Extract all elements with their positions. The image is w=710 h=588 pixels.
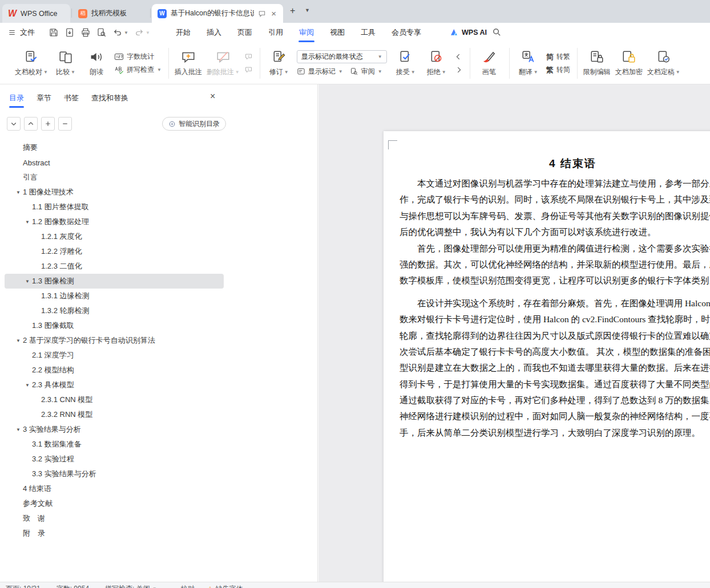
undo-button[interactable]: ▼ <box>111 25 130 40</box>
toc-item[interactable]: 摘要 <box>5 140 224 155</box>
toc-item[interactable]: 致 谢 <box>5 511 224 526</box>
spellcheck-indicator[interactable]: 拼写检查: 关闭 ▼ <box>105 584 157 588</box>
sidebar-tab-bookmarks[interactable]: 书签 <box>64 84 79 112</box>
undo-dropdown-icon[interactable]: ▼ <box>124 30 128 35</box>
toc-item[interactable]: 3.3 实验结果与分析 <box>5 467 224 481</box>
sidebar-tab-contents[interactable]: 目录 <box>9 84 24 112</box>
translate-button[interactable]: 翻译▼ <box>515 45 542 82</box>
toc-item[interactable]: 1.2.2 浮雕化 <box>5 244 224 259</box>
toc-item[interactable]: 2.1 深度学习 <box>5 348 224 363</box>
delete-comment-button[interactable]: 删除批注▼ <box>207 45 240 82</box>
next-comment-button[interactable] <box>244 66 253 74</box>
toc-item[interactable]: Abstract <box>5 155 224 170</box>
doc-proof-button[interactable]: 文档校对▼ <box>15 45 48 82</box>
export-pdf-button[interactable] <box>63 25 76 40</box>
toc-item[interactable]: 2.3.2 RNN 模型 <box>5 407 224 422</box>
menu-item-reference[interactable]: 引用 <box>260 23 291 42</box>
markup-state-select[interactable]: 显示标记的最终状态 ▼ <box>297 50 387 63</box>
toc-item[interactable]: 3.2 实验过程 <box>5 452 224 467</box>
restrict-edit-button[interactable]: 限制编辑 <box>583 45 611 82</box>
collapse-triangle-icon[interactable]: ▼ <box>23 383 32 388</box>
track-changes-button[interactable]: 修订▼ <box>266 45 292 82</box>
toc-item[interactable]: ▼3 实验结果与分析 <box>5 422 224 437</box>
toc-zoom-in-button[interactable] <box>41 117 55 131</box>
toc-item[interactable]: 1.1 图片整体提取 <box>5 200 224 214</box>
page-indicator[interactable]: 页面: 19/31 <box>6 584 41 588</box>
sidebar-close-icon[interactable]: × <box>210 91 215 102</box>
menu-item-tools[interactable]: 工具 <box>353 23 384 42</box>
toc-item[interactable]: 4 结束语 <box>5 481 224 496</box>
print-preview-button[interactable] <box>95 25 108 40</box>
menu-item-member[interactable]: 会员专享 <box>384 23 429 42</box>
compare-button[interactable]: 比较▼ <box>53 45 79 82</box>
toc-item[interactable]: 1.2.3 二值化 <box>5 259 224 274</box>
missing-font-warning[interactable]: ⚠ 缺失字体 <box>207 584 243 588</box>
read-aloud-button[interactable]: 朗读 <box>83 45 110 82</box>
toc-item[interactable]: 引言 <box>5 170 224 185</box>
toc-item[interactable]: ▼2.3 具体模型 <box>5 378 224 392</box>
encrypt-doc-button[interactable]: 文档加密 <box>615 45 643 82</box>
toc-zoom-out-button[interactable] <box>58 117 72 131</box>
brush-button[interactable]: 画笔 <box>476 45 502 82</box>
toc-item[interactable]: ▼1.2 图像数据处理 <box>5 214 224 229</box>
redo-dropdown-icon[interactable]: ▼ <box>146 30 150 35</box>
collapse-triangle-icon[interactable]: ▼ <box>14 190 23 195</box>
document-page[interactable]: 4 结束语 本文通过对图像识别与机器学习中存在的处理算法建立与使用，参考一部分成… <box>384 131 710 582</box>
toc-item-selected[interactable]: ▼1.3 图像检测 <box>5 274 224 289</box>
redo-button[interactable]: ▼ <box>132 25 152 40</box>
insert-comment-button[interactable]: 插入批注 <box>175 45 202 82</box>
new-tab-button[interactable]: + <box>290 6 295 16</box>
save-button[interactable] <box>47 25 60 40</box>
toc-item[interactable]: 3.1 数据集准备 <box>5 437 224 452</box>
next-change-button[interactable] <box>454 66 463 74</box>
menu-item-insert[interactable]: 插入 <box>199 23 229 42</box>
tab-comment-icon[interactable] <box>258 10 266 18</box>
toc-expand-all-button[interactable] <box>7 117 21 131</box>
tab-close-icon[interactable]: × <box>270 9 277 18</box>
file-menu-button[interactable]: 文件 <box>8 23 35 42</box>
previous-comment-button[interactable] <box>244 52 253 61</box>
menu-item-page[interactable]: 页面 <box>229 23 260 42</box>
toc-item[interactable]: 1.3.1 边缘检测 <box>5 289 224 303</box>
toc-collapse-all-button[interactable] <box>24 117 38 131</box>
toc-item[interactable]: 参考文献 <box>5 496 224 511</box>
toc-item[interactable]: ▼2 基于深度学习的银行卡号自动识别算法 <box>5 333 224 348</box>
collapse-triangle-icon[interactable]: ▼ <box>23 220 32 225</box>
accept-button[interactable]: 接受▼ <box>393 45 419 82</box>
word-count-indicator[interactable]: 字数: 9954 <box>57 584 89 588</box>
tab-wps-home[interactable]: W WPS Office <box>2 4 70 23</box>
toc-item[interactable]: 2.3.1 CNN 模型 <box>5 392 224 407</box>
toc-item[interactable]: 1.3 图像截取 <box>5 318 224 333</box>
smart-toc-button[interactable]: 智能识别目录 <box>162 117 226 131</box>
menu-item-view[interactable]: 视图 <box>322 23 353 42</box>
toc-item[interactable]: 1.2.1 灰度化 <box>5 229 224 244</box>
tab-list-chevron-icon[interactable]: ▼ <box>305 7 310 13</box>
menu-item-review[interactable]: 审阅 <box>291 23 322 42</box>
search-button[interactable] <box>492 27 502 37</box>
tab-document-active[interactable]: W 基于Halcon的银行卡信息识别 × <box>152 4 283 23</box>
collapse-triangle-icon[interactable]: ▼ <box>14 427 23 432</box>
spell-check-button[interactable]: 拼写检查▼ <box>114 65 162 75</box>
print-button[interactable] <box>79 25 92 40</box>
previous-change-button[interactable] <box>454 52 463 61</box>
traditional-to-simplified-button[interactable]: 繁 转简 <box>546 65 570 75</box>
show-markup-button[interactable]: 显示标记▼ <box>297 67 343 76</box>
wps-ai-button[interactable]: WPS AI <box>450 23 487 42</box>
tab-docer-template[interactable]: 稻 找稻壳模板 <box>72 4 148 23</box>
sidebar-tab-find-replace[interactable]: 查找和替换 <box>91 84 128 112</box>
sidebar-tab-chapters[interactable]: 章节 <box>37 84 51 112</box>
toc-item[interactable]: 附 录 <box>5 526 224 541</box>
toc-item[interactable]: 2.2 模型结构 <box>5 363 224 378</box>
word-count-button[interactable]: 字数统计 <box>114 52 162 62</box>
review-pane-button[interactable]: 审阅▼ <box>350 67 382 76</box>
simplified-to-traditional-button[interactable]: 简 转繁 <box>546 52 570 62</box>
document-canvas[interactable]: 4 结束语 本文通过对图像识别与机器学习中存在的处理算法建立与使用，参考一部分成… <box>318 84 710 582</box>
toc-item[interactable]: 1.3.2 轮廓检测 <box>5 303 224 318</box>
finalize-doc-button[interactable]: 文档定稿▼ <box>647 45 680 82</box>
toc-item[interactable]: ▼1 图像处理技术 <box>5 185 224 200</box>
menu-item-start[interactable]: 开始 <box>168 23 199 42</box>
proofread-indicator[interactable]: 校对 <box>181 584 195 588</box>
reject-button[interactable]: 拒绝▼ <box>423 45 450 82</box>
collapse-triangle-icon[interactable]: ▼ <box>23 279 32 284</box>
collapse-triangle-icon[interactable]: ▼ <box>14 338 23 343</box>
